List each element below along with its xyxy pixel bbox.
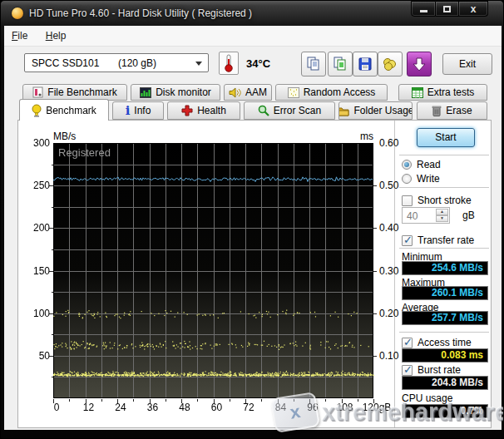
- menu-help[interactable]: Help: [38, 26, 74, 45]
- tab-erase[interactable]: Erase: [417, 101, 487, 120]
- copy-image-icon: [333, 57, 348, 72]
- tab-label: Info: [134, 105, 151, 116]
- registered-watermark: Registered: [58, 146, 111, 159]
- chevron-down-icon: [195, 62, 202, 66]
- capacity-spinner[interactable]: 40 ▲ ▼: [402, 207, 450, 224]
- axis-tick-label: 60: [200, 402, 234, 413]
- minimize-icon: [420, 10, 427, 12]
- folder-icon: [338, 106, 349, 116]
- axis-tick-label: 0.60: [379, 137, 398, 149]
- save-screenshot-button[interactable]: [328, 52, 353, 76]
- tab-folder-usage[interactable]: Folder Usage: [338, 101, 413, 120]
- tab-aam[interactable]: AAM: [224, 84, 272, 101]
- cpu-usage-label: CPU usage: [402, 392, 452, 404]
- separator: [399, 332, 489, 333]
- axis-tick-label: 0.10: [379, 350, 398, 362]
- access-time-row[interactable]: Access time: [402, 337, 472, 348]
- axis-tick-label: 0: [40, 402, 73, 413]
- read-radio-row[interactable]: Read: [402, 159, 441, 170]
- axis-tick-label: 0.20: [379, 308, 398, 319]
- write-radio-row[interactable]: Write: [402, 173, 440, 185]
- minimize-button[interactable]: [411, 1, 436, 17]
- benchmark-icon: [32, 104, 42, 117]
- separator: [399, 155, 489, 156]
- transfer-rate-checkbox[interactable]: [402, 235, 413, 246]
- app-icon: [12, 7, 23, 19]
- axis-tick-label: 72: [232, 402, 265, 413]
- benchmark-chart-canvas: [48, 143, 378, 405]
- maximize-button[interactable]: [436, 1, 459, 17]
- maximum-value: 260.1 MB/s: [402, 286, 488, 300]
- axis-tick-label: 24: [104, 402, 137, 413]
- tab-extra-tests[interactable]: Extra tests: [398, 84, 487, 101]
- save-icon: [358, 57, 373, 72]
- file-benchmark-icon: [32, 86, 43, 98]
- tab-label: Disk monitor: [156, 86, 211, 98]
- separator: [399, 187, 489, 189]
- burst-rate-row[interactable]: Burst rate: [402, 364, 461, 376]
- axis-tick-label: 300: [23, 137, 50, 149]
- thermometer-icon: [224, 53, 234, 73]
- disk-monitor-icon: [140, 87, 151, 98]
- short-stroke-label: Short stroke: [418, 195, 472, 206]
- access-time-checkbox[interactable]: [402, 338, 413, 348]
- tab-random-access[interactable]: Random Access: [275, 84, 388, 101]
- client-area: File Help SPCC SSD101 (120 gB) 34°C: [4, 26, 502, 430]
- tab-health[interactable]: Health: [167, 101, 240, 120]
- write-label: Write: [417, 173, 440, 185]
- axis-tick-label: 100: [23, 308, 50, 319]
- update-button[interactable]: [407, 52, 432, 76]
- axis-tick-label: 96: [296, 402, 329, 413]
- tab-benchmark[interactable]: Benchmark: [19, 99, 109, 121]
- cpu-usage-value: 0.7%: [402, 404, 488, 418]
- tab-file-benchmark[interactable]: File Benchmark: [22, 84, 127, 101]
- info-icon: i: [126, 105, 131, 116]
- average-value: 257.7 MB/s: [402, 311, 488, 325]
- minimum-value: 254.6 MB/s: [402, 261, 488, 275]
- hd-tune-window: HD Tune Pro 4.60 - Hard Disk Utility ( R…: [0, 0, 504, 439]
- tab-info[interactable]: i Info: [112, 101, 164, 120]
- copy-screenshot-button[interactable]: [301, 52, 326, 76]
- start-button[interactable]: Start: [417, 128, 475, 147]
- write-radio[interactable]: [402, 174, 412, 184]
- left-axis-title: MB/s: [53, 131, 76, 142]
- burst-rate-label: Burst rate: [418, 364, 461, 376]
- transfer-rate-row[interactable]: Transfer rate: [402, 234, 474, 246]
- health-cross-icon: [181, 105, 193, 116]
- coins-icon: [383, 57, 398, 72]
- tab-label: Erase: [446, 105, 472, 116]
- tab-label: Random Access: [304, 86, 376, 98]
- axis-tick-label: 150: [23, 265, 50, 277]
- short-stroke-checkbox[interactable]: [402, 195, 413, 206]
- capacity-value: 40: [407, 210, 418, 222]
- read-radio[interactable]: [402, 160, 412, 170]
- burst-rate-checkbox[interactable]: [402, 365, 413, 376]
- axis-tick-label: 200: [23, 222, 50, 234]
- speaker-icon: [229, 87, 241, 98]
- tab-disk-monitor[interactable]: Disk monitor: [131, 84, 220, 101]
- access-time-value: 0.083 ms: [402, 348, 488, 363]
- trash-icon: [432, 105, 442, 116]
- axis-tick-label: 48: [168, 402, 201, 413]
- tab-error-scan[interactable]: Error Scan: [244, 101, 335, 120]
- spin-down-icon[interactable]: ▼: [436, 215, 448, 222]
- read-label: Read: [417, 159, 441, 170]
- tab-label: Benchmark: [46, 105, 96, 116]
- arrow-down-icon: [413, 57, 426, 72]
- magnifier-icon: [258, 105, 269, 116]
- axis-tick-label: 36: [136, 402, 170, 413]
- save-button[interactable]: [353, 52, 378, 76]
- access-time-label: Access time: [418, 337, 472, 348]
- drive-select[interactable]: SPCC SSD101 (120 gB): [24, 53, 209, 72]
- menu-file[interactable]: File: [4, 26, 35, 45]
- axis-tick-label: 0.30: [379, 265, 398, 277]
- axis-tick-label: 0.50: [379, 180, 398, 191]
- close-button[interactable]: x: [459, 1, 488, 17]
- spin-up-icon[interactable]: ▲: [436, 209, 448, 215]
- exit-button[interactable]: Exit: [442, 53, 492, 75]
- short-stroke-row[interactable]: Short stroke: [402, 195, 472, 206]
- extra-tests-icon: [412, 87, 423, 98]
- temperature-value: 34°C: [246, 57, 270, 70]
- axis-tick-label: 84: [264, 402, 298, 413]
- donate-button[interactable]: [378, 52, 403, 76]
